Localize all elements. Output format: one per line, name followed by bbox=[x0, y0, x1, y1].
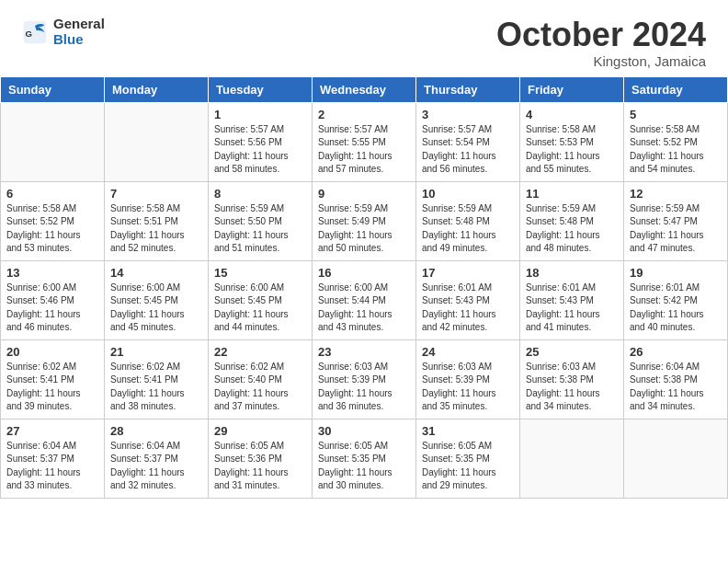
day-info: Sunrise: 6:03 AM Sunset: 5:39 PM Dayligh… bbox=[422, 361, 514, 414]
day-number: 5 bbox=[630, 108, 722, 121]
calendar-cell: 25Sunrise: 6:03 AM Sunset: 5:38 PM Dayli… bbox=[520, 339, 624, 419]
day-number: 30 bbox=[318, 424, 410, 438]
logo-icon: G bbox=[22, 19, 48, 45]
calendar-cell: 9Sunrise: 5:59 AM Sunset: 5:49 PM Daylig… bbox=[313, 181, 416, 260]
calendar-cell: 7Sunrise: 5:58 AM Sunset: 5:51 PM Daylig… bbox=[105, 181, 209, 260]
day-number: 12 bbox=[630, 187, 722, 201]
day-number: 14 bbox=[110, 266, 202, 280]
calendar-cell: 21Sunrise: 6:02 AM Sunset: 5:41 PM Dayli… bbox=[105, 339, 209, 419]
calendar-cell: 30Sunrise: 6:05 AM Sunset: 5:35 PM Dayli… bbox=[313, 419, 416, 498]
week-row-4: 20Sunrise: 6:02 AM Sunset: 5:41 PM Dayli… bbox=[1, 339, 728, 419]
weekday-header-saturday: Saturday bbox=[624, 76, 728, 102]
day-info: Sunrise: 6:00 AM Sunset: 5:44 PM Dayligh… bbox=[318, 282, 410, 335]
day-info: Sunrise: 6:04 AM Sunset: 5:37 PM Dayligh… bbox=[110, 440, 202, 493]
calendar-cell: 17Sunrise: 6:01 AM Sunset: 5:43 PM Dayli… bbox=[416, 260, 520, 339]
day-number: 4 bbox=[526, 108, 618, 121]
calendar-cell: 22Sunrise: 6:02 AM Sunset: 5:40 PM Dayli… bbox=[209, 339, 313, 419]
day-info: Sunrise: 6:04 AM Sunset: 5:38 PM Dayligh… bbox=[630, 361, 722, 414]
calendar-cell: 16Sunrise: 6:00 AM Sunset: 5:44 PM Dayli… bbox=[313, 260, 416, 339]
calendar-table: SundayMondayTuesdayWednesdayThursdayFrid… bbox=[0, 76, 728, 499]
day-info: Sunrise: 5:58 AM Sunset: 5:52 PM Dayligh… bbox=[630, 123, 722, 177]
day-info: Sunrise: 5:59 AM Sunset: 5:49 PM Dayligh… bbox=[318, 202, 410, 256]
calendar-cell: 13Sunrise: 6:00 AM Sunset: 5:46 PM Dayli… bbox=[1, 260, 105, 339]
weekday-header-sunday: Sunday bbox=[1, 76, 105, 102]
day-number: 15 bbox=[214, 266, 306, 280]
day-info: Sunrise: 5:58 AM Sunset: 5:51 PM Dayligh… bbox=[110, 202, 202, 256]
logo-general-text: General bbox=[53, 17, 105, 32]
calendar-cell: 10Sunrise: 5:59 AM Sunset: 5:48 PM Dayli… bbox=[416, 181, 520, 260]
day-number: 13 bbox=[6, 266, 98, 280]
calendar-cell: 4Sunrise: 5:58 AM Sunset: 5:53 PM Daylig… bbox=[520, 102, 624, 181]
weekday-header-wednesday: Wednesday bbox=[313, 76, 416, 102]
calendar-cell: 26Sunrise: 6:04 AM Sunset: 5:38 PM Dayli… bbox=[624, 339, 728, 419]
day-info: Sunrise: 6:02 AM Sunset: 5:40 PM Dayligh… bbox=[214, 361, 306, 414]
day-info: Sunrise: 6:01 AM Sunset: 5:43 PM Dayligh… bbox=[422, 282, 514, 335]
day-info: Sunrise: 6:01 AM Sunset: 5:43 PM Dayligh… bbox=[526, 282, 618, 335]
day-number: 18 bbox=[526, 266, 618, 280]
day-number: 17 bbox=[422, 266, 514, 280]
day-number: 24 bbox=[422, 345, 514, 359]
day-number: 19 bbox=[630, 266, 722, 280]
calendar-cell: 24Sunrise: 6:03 AM Sunset: 5:39 PM Dayli… bbox=[416, 339, 520, 419]
day-info: Sunrise: 5:57 AM Sunset: 5:54 PM Dayligh… bbox=[422, 123, 514, 177]
day-info: Sunrise: 6:02 AM Sunset: 5:41 PM Dayligh… bbox=[6, 361, 98, 414]
day-info: Sunrise: 6:03 AM Sunset: 5:38 PM Dayligh… bbox=[526, 361, 618, 414]
week-row-2: 6Sunrise: 5:58 AM Sunset: 5:52 PM Daylig… bbox=[1, 181, 728, 260]
calendar-cell: 18Sunrise: 6:01 AM Sunset: 5:43 PM Dayli… bbox=[520, 260, 624, 339]
calendar-cell: 28Sunrise: 6:04 AM Sunset: 5:37 PM Dayli… bbox=[105, 419, 209, 498]
day-number: 23 bbox=[318, 345, 410, 359]
calendar-cell: 6Sunrise: 5:58 AM Sunset: 5:52 PM Daylig… bbox=[1, 181, 105, 260]
calendar-cell: 14Sunrise: 6:00 AM Sunset: 5:45 PM Dayli… bbox=[105, 260, 209, 339]
page-header: G General Blue October 2024 Kingston, Ja… bbox=[0, 0, 728, 76]
day-number: 3 bbox=[422, 108, 514, 121]
day-info: Sunrise: 5:58 AM Sunset: 5:53 PM Dayligh… bbox=[526, 123, 618, 177]
day-info: Sunrise: 5:58 AM Sunset: 5:52 PM Dayligh… bbox=[6, 202, 98, 256]
calendar-cell: 15Sunrise: 6:00 AM Sunset: 5:45 PM Dayli… bbox=[209, 260, 313, 339]
month-title: October 2024 bbox=[496, 17, 706, 53]
calendar-cell: 19Sunrise: 6:01 AM Sunset: 5:42 PM Dayli… bbox=[624, 260, 728, 339]
day-info: Sunrise: 5:59 AM Sunset: 5:47 PM Dayligh… bbox=[630, 202, 722, 256]
day-number: 22 bbox=[214, 345, 306, 359]
calendar-cell: 20Sunrise: 6:02 AM Sunset: 5:41 PM Dayli… bbox=[1, 339, 105, 419]
location-subtitle: Kingston, Jamaica bbox=[496, 53, 706, 69]
day-number: 1 bbox=[214, 108, 306, 121]
day-info: Sunrise: 5:59 AM Sunset: 5:48 PM Dayligh… bbox=[526, 202, 618, 256]
day-info: Sunrise: 5:59 AM Sunset: 5:50 PM Dayligh… bbox=[214, 202, 306, 256]
day-info: Sunrise: 6:05 AM Sunset: 5:36 PM Dayligh… bbox=[214, 440, 306, 493]
day-number: 20 bbox=[6, 345, 98, 359]
day-info: Sunrise: 5:57 AM Sunset: 5:56 PM Dayligh… bbox=[214, 123, 306, 177]
weekday-header-monday: Monday bbox=[105, 76, 209, 102]
day-number: 9 bbox=[318, 187, 410, 201]
calendar-cell: 12Sunrise: 5:59 AM Sunset: 5:47 PM Dayli… bbox=[624, 181, 728, 260]
day-info: Sunrise: 5:57 AM Sunset: 5:55 PM Dayligh… bbox=[318, 123, 410, 177]
day-number: 26 bbox=[630, 345, 722, 359]
calendar-cell: 29Sunrise: 6:05 AM Sunset: 5:36 PM Dayli… bbox=[209, 419, 313, 498]
day-info: Sunrise: 6:00 AM Sunset: 5:46 PM Dayligh… bbox=[6, 282, 98, 335]
day-number: 7 bbox=[110, 187, 202, 201]
day-info: Sunrise: 6:02 AM Sunset: 5:41 PM Dayligh… bbox=[110, 361, 202, 414]
week-row-3: 13Sunrise: 6:00 AM Sunset: 5:46 PM Dayli… bbox=[1, 260, 728, 339]
svg-text:G: G bbox=[26, 29, 32, 39]
logo-text: General Blue bbox=[53, 17, 105, 47]
weekday-header-friday: Friday bbox=[520, 76, 624, 102]
calendar-cell: 8Sunrise: 5:59 AM Sunset: 5:50 PM Daylig… bbox=[209, 181, 313, 260]
day-number: 10 bbox=[422, 187, 514, 201]
week-row-5: 27Sunrise: 6:04 AM Sunset: 5:37 PM Dayli… bbox=[1, 419, 728, 498]
day-info: Sunrise: 6:00 AM Sunset: 5:45 PM Dayligh… bbox=[110, 282, 202, 335]
day-number: 21 bbox=[110, 345, 202, 359]
calendar-cell bbox=[105, 102, 209, 181]
day-info: Sunrise: 6:04 AM Sunset: 5:37 PM Dayligh… bbox=[6, 440, 98, 493]
day-number: 11 bbox=[526, 187, 618, 201]
calendar-cell: 23Sunrise: 6:03 AM Sunset: 5:39 PM Dayli… bbox=[313, 339, 416, 419]
weekday-header-row: SundayMondayTuesdayWednesdayThursdayFrid… bbox=[1, 76, 728, 102]
day-info: Sunrise: 5:59 AM Sunset: 5:48 PM Dayligh… bbox=[422, 202, 514, 256]
logo: G General Blue bbox=[22, 17, 105, 47]
calendar-cell bbox=[1, 102, 105, 181]
day-number: 27 bbox=[6, 424, 98, 438]
day-number: 16 bbox=[318, 266, 410, 280]
weekday-header-tuesday: Tuesday bbox=[209, 76, 313, 102]
calendar-cell: 5Sunrise: 5:58 AM Sunset: 5:52 PM Daylig… bbox=[624, 102, 728, 181]
day-number: 31 bbox=[422, 424, 514, 438]
logo-blue-text: Blue bbox=[53, 32, 105, 48]
day-number: 8 bbox=[214, 187, 306, 201]
